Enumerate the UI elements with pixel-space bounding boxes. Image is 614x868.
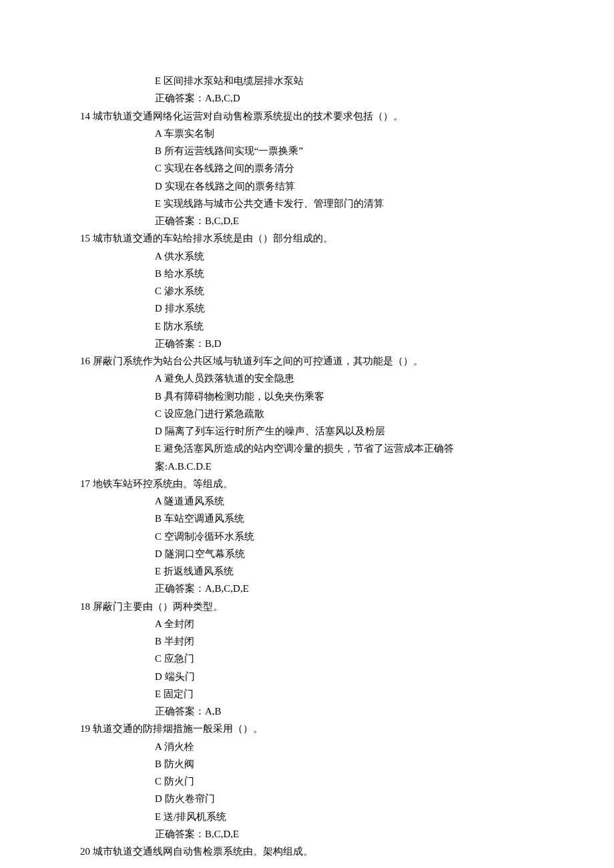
option-line: A 全封闭 xyxy=(80,615,534,632)
option-line: 案:A.B.C.D.E xyxy=(80,458,534,475)
option-line: D 隔离了列车运行时所产生的噪声、活塞风以及粉层 xyxy=(80,422,534,440)
option-line: B 给水系统 xyxy=(80,265,534,282)
option-line: D 防火卷帘门 xyxy=(80,790,534,807)
option-line: 正确答案：A,B,C,D xyxy=(80,89,534,107)
option-line: A 消火栓 xyxy=(80,738,534,755)
option-line: E 固定门 xyxy=(80,685,534,703)
question-stem: 16 屏蔽门系统作为站台公共区域与轨道列车之间的可控通道，其功能是（）。 xyxy=(80,352,534,370)
document-page: E 区间排水泵站和电缆层排水泵站正确答案：A,B,C,D14 城市轨道交通网络化… xyxy=(0,0,614,868)
option-line: 正确答案：B,C,D,E xyxy=(80,212,534,230)
option-line: D 端头门 xyxy=(80,668,534,685)
option-line: B 防火阀 xyxy=(80,755,534,773)
option-line: C 防火门 xyxy=(80,773,534,790)
option-line: D 排水系统 xyxy=(80,300,534,317)
option-line: B 车站空调通风系统 xyxy=(80,510,534,527)
option-line: 正确答案：B,C,D,E xyxy=(80,825,534,843)
option-line: E 实现线路与城市公共交通卡发行、管理部门的清算 xyxy=(80,195,534,212)
option-line: A 车票实名制 xyxy=(80,125,534,142)
option-line: B 半封闭 xyxy=(80,632,534,650)
option-line: A 隧道通风系统 xyxy=(80,492,534,510)
question-stem: 19 轨道交通的防排烟措施一般采用（）。 xyxy=(80,720,534,737)
option-line: D 隧洞口空气幕系统 xyxy=(80,545,534,562)
option-line: E 送/排风机系统 xyxy=(80,808,534,825)
option-line: B 所有运营线路间实现“一票换乘” xyxy=(80,142,534,159)
option-line: E 防水系统 xyxy=(80,318,534,335)
option-line: E 避免活塞风所造成的站内空调冷量的损失，节省了运营成本正确答 xyxy=(80,440,534,457)
option-line: E 折返线通风系统 xyxy=(80,562,534,580)
option-line: B 具有障碍物检测功能，以免夹伤乘客 xyxy=(80,388,534,405)
option-line: C 应急门 xyxy=(80,650,534,667)
option-line: 正确答案：A,B xyxy=(80,703,534,720)
question-stem: 18 屏蔽门主要由（）两种类型。 xyxy=(80,598,534,615)
option-line: A 避免人员跌落轨道的安全隐患 xyxy=(80,370,534,387)
question-stem: 14 城市轨道交通网络化运营对自动售检票系统提出的技术要求包括（）。 xyxy=(80,107,534,125)
question-stem: 15 城市轨道交通的车站给排水系统是由（）部分组成的。 xyxy=(80,230,534,247)
option-line: C 设应急门进行紧急疏散 xyxy=(80,405,534,422)
option-line: D 实现在各线路之间的票务结算 xyxy=(80,177,534,195)
question-stem: 20 城市轨道交通线网自动售检票系统由。架构组成。 xyxy=(80,843,534,860)
option-line: 正确答案：A,B,C,D,E xyxy=(80,580,534,597)
question-stem: 17 地铁车站环控系统由。等组成。 xyxy=(80,475,534,492)
option-line: E 区间排水泵站和电缆层排水泵站 xyxy=(80,72,534,89)
option-line: C 渗水系统 xyxy=(80,282,534,300)
option-line: 正确答案：B,D xyxy=(80,335,534,352)
option-line: C 实现在各线路之间的票务清分 xyxy=(80,159,534,177)
option-line: A 供水系统 xyxy=(80,248,534,265)
option-line: C 空调制冷循环水系统 xyxy=(80,528,534,545)
